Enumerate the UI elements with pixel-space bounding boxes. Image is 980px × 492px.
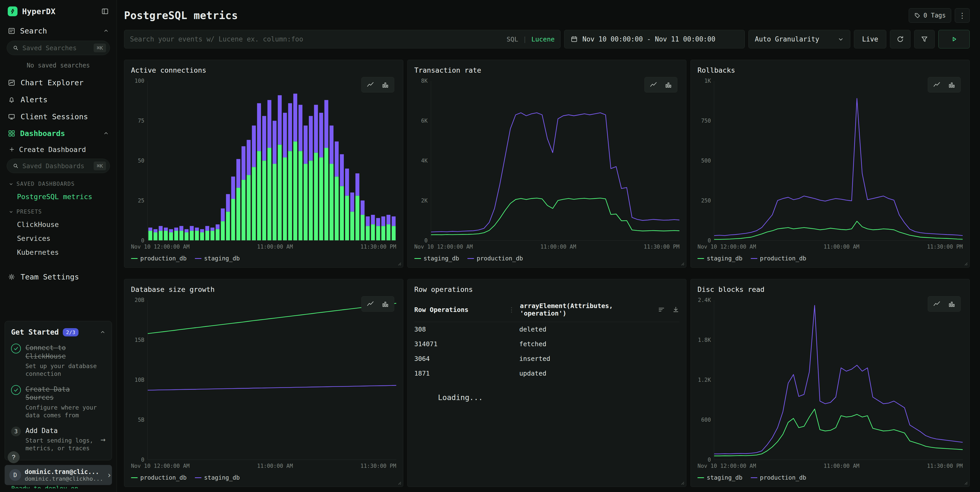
panel-title: Database size growth [131, 285, 396, 293]
dashboard-grid: Active connections 1007550250 Nov 10 12:… [117, 48, 980, 487]
column-header[interactable]: Row Operations [414, 306, 509, 313]
legend-item[interactable]: production_db [131, 474, 186, 481]
legend-item[interactable]: production_db [751, 474, 806, 481]
sidebar-item-chart-explorer[interactable]: Chart Explorer [0, 74, 116, 91]
sidebar-preset-services[interactable]: Services [0, 231, 116, 245]
get-started-item-add-data[interactable]: 3 Add Data Start sending logs, metrics, … [11, 427, 105, 452]
sidebar-preset-clickhouse[interactable]: ClickHouse [0, 217, 116, 231]
get-started-item-sources[interactable]: Create Data Sources Configure where your… [11, 385, 105, 419]
resize-handle-icon[interactable] [398, 481, 401, 485]
table-row[interactable]: 1871 updated [414, 366, 680, 381]
legend-item[interactable]: staging_db [195, 255, 240, 262]
chevron-down-icon [838, 36, 844, 42]
chart-plot-area[interactable] [431, 81, 680, 241]
chart-plot-area[interactable] [714, 81, 963, 241]
chart-plot-area[interactable] [148, 81, 396, 241]
get-started-item-connect[interactable]: Connect to ClickHouse Set up your databa… [11, 343, 105, 378]
panel-active-connections: Active connections 1007550250 Nov 10 12:… [124, 60, 403, 268]
legend-item[interactable]: staging_db [195, 474, 240, 481]
column-header[interactable]: arrayElement(Attributes, 'operation') [520, 302, 658, 317]
event-search-input[interactable] [130, 35, 502, 43]
event-search-box[interactable]: SQL | Lucene [124, 30, 560, 48]
search-section-label: Search [20, 27, 47, 35]
bar-chart-toggle-icon[interactable] [379, 79, 392, 90]
get-started-item-title: Connect to ClickHouse [25, 343, 102, 360]
column-divider[interactable]: ⋮ [508, 306, 515, 313]
legend-swatch [131, 477, 138, 478]
sidebar-item-label: Client Sessions [21, 112, 88, 121]
table-row[interactable]: 308 deleted [414, 322, 680, 337]
sidebar-dashboard-postgresql-metrics[interactable]: PostgreSQL metrics [0, 190, 116, 203]
create-dashboard-button[interactable]: Create Dashboard [0, 142, 116, 157]
table-row[interactable]: 314071 fetched [414, 337, 680, 351]
legend-label: production_db [760, 255, 806, 262]
presets-heading[interactable]: PRESETS [0, 203, 116, 217]
download-icon[interactable] [672, 306, 679, 313]
user-menu[interactable]: D dominic.tran@clic... dominic.tran@clic… [5, 465, 112, 485]
app-root: HyperDX Search ⌘K No saved searches [0, 0, 980, 492]
x-axis-labels: Nov 10 12:00:00 AM 11:00:00 AM 11:30:00 … [697, 244, 963, 250]
get-started-header[interactable]: Get Started 2/3 [11, 328, 105, 336]
bar-chart-toggle-icon[interactable] [662, 79, 675, 90]
chevron-up-icon[interactable] [103, 131, 109, 136]
line-chart-toggle-icon[interactable] [930, 79, 943, 90]
sidebar-section-dashboards[interactable]: Dashboards [0, 125, 116, 142]
legend-swatch [195, 258, 202, 259]
line-chart-toggle-icon[interactable] [364, 79, 377, 90]
legend-item[interactable]: production_db [467, 255, 523, 262]
chart-plot-area[interactable] [148, 300, 396, 460]
filter-button[interactable] [914, 30, 935, 48]
resize-handle-icon[interactable] [398, 262, 401, 266]
saved-searches-input[interactable]: ⌘K [7, 41, 110, 55]
saved-dashboards-field[interactable] [22, 162, 90, 170]
panel-title: Row operations [414, 285, 680, 293]
line-chart-toggle-icon[interactable] [930, 299, 943, 309]
legend-swatch [751, 477, 757, 478]
sidebar-section-search[interactable]: Search [0, 23, 116, 39]
sidebar-item-client-sessions[interactable]: Client Sessions [0, 108, 116, 125]
chart-legend: production_db staging_db [131, 474, 396, 481]
sql-mode-toggle[interactable]: SQL [506, 35, 518, 43]
chevron-up-icon[interactable] [103, 28, 109, 34]
refresh-button[interactable] [890, 30, 910, 48]
panel-rollbacks: Rollbacks 1K7505002500 Nov 10 12:00:00 A… [690, 60, 970, 268]
bar-chart-toggle-icon[interactable] [945, 79, 958, 90]
saved-dashboards-input[interactable]: ⌘K [7, 159, 110, 173]
legend-item[interactable]: staging_db [697, 474, 742, 481]
lucene-mode-toggle[interactable]: Lucene [531, 35, 555, 43]
sort-list-icon[interactable] [658, 306, 665, 313]
legend-item[interactable]: staging_db [697, 255, 742, 262]
calendar-icon [571, 35, 578, 43]
live-button[interactable]: Live [854, 30, 886, 48]
tags-button[interactable]: 0 Tags [909, 8, 951, 23]
kebab-menu-button[interactable]: ⋮ [955, 8, 970, 23]
run-query-button[interactable] [938, 30, 970, 48]
legend-item[interactable]: production_db [751, 255, 806, 262]
resize-handle-icon[interactable] [964, 262, 968, 266]
sidebar-item-alerts[interactable]: Alerts [0, 91, 116, 108]
get-started-item-subtitle: Configure where your data comes from [25, 404, 104, 419]
chevron-up-icon[interactable] [100, 329, 105, 335]
bar-chart-toggle-icon[interactable] [945, 299, 958, 309]
resize-handle-icon[interactable] [681, 481, 684, 485]
sidebar-collapse-icon[interactable] [101, 8, 109, 15]
sidebar-preset-kubernetes[interactable]: Kubernetes [0, 245, 116, 259]
saved-searches-field[interactable] [22, 44, 90, 52]
granularity-select[interactable]: Auto Granularity [748, 30, 850, 48]
legend-item[interactable]: production_db [131, 255, 186, 262]
plus-icon [9, 146, 15, 152]
line-chart-toggle-icon[interactable] [364, 299, 377, 309]
chart-plot-area[interactable] [714, 300, 963, 460]
help-button[interactable]: ? [8, 451, 19, 463]
table-row[interactable]: 3064 inserted [414, 351, 680, 366]
chart-legend: staging_db production_db [697, 255, 963, 262]
loading-indicator: Loading... [438, 393, 680, 402]
resize-handle-icon[interactable] [964, 481, 968, 485]
line-chart-toggle-icon[interactable] [647, 79, 660, 90]
saved-dashboards-heading[interactable]: SAVED DASHBOARDS [0, 176, 116, 190]
date-range-picker[interactable]: Nov 10 00:00:00 - Nov 11 00:00:00 [564, 30, 745, 48]
resize-handle-icon[interactable] [681, 262, 684, 266]
bar-chart-toggle-icon[interactable] [379, 299, 392, 309]
sidebar-item-team-settings[interactable]: Team Settings [0, 268, 116, 285]
legend-item[interactable]: staging_db [414, 255, 459, 262]
